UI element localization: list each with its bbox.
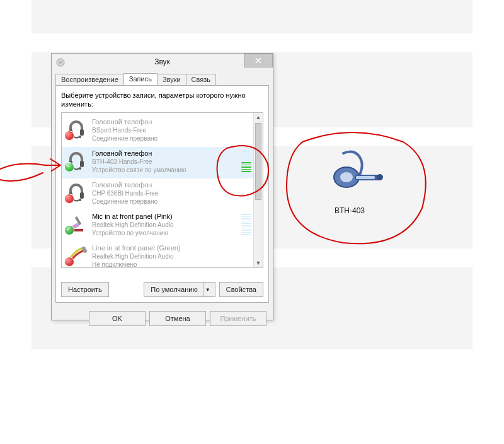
external-device-label: BTH-403 [302,206,397,215]
device-text: Головной телефонCHP 636Bt Hands-FreeСоед… [92,181,158,206]
svg-point-7 [79,167,81,170]
device-sub: BSport Hands-Free [92,126,158,134]
device-row[interactable]: Головной телефонCHP 636Bt Hands-FreeСоед… [62,178,254,210]
scroll-thumb[interactable] [255,123,261,200]
svg-point-15 [83,249,87,253]
speaker-icon [55,57,66,67]
device-status: Соединение прервано [92,134,158,143]
scrollbar[interactable]: ▲ ▼ [253,113,263,267]
device-sub: Realtek High Definition Audio [92,252,181,260]
headset-icon [66,149,87,171]
device-text: Line in at front panel (Green)Realtek Hi… [92,244,181,268]
status-badge [64,225,74,235]
device-status: Соединение прервано [92,197,158,206]
ok-button[interactable]: OK [89,311,146,326]
apply-button: Применить [210,311,266,326]
tab-sounds[interactable]: Звуки [157,74,186,85]
chevron-down-icon[interactable]: ▼ [203,283,212,296]
device-sub: CHP 636Bt Hands-Free [92,189,158,197]
tab-communications[interactable]: Связь [186,74,216,85]
tab-recording[interactable]: Запись [123,73,158,85]
svg-rect-19 [356,176,375,179]
bluetooth-headset-icon [312,148,387,205]
device-row[interactable]: Mic in at front panel (Pink)Realtek High… [62,210,254,242]
device-name: Головной телефон [92,181,158,189]
close-icon [255,57,261,64]
tab-playback[interactable]: Воспроизведение [55,74,124,85]
panel-button-row: Настроить По умолчанию ▼ Свойства [61,282,263,297]
device-sub: Realtek High Definition Audio [92,221,174,229]
svg-rect-3 [80,129,84,136]
device-text: Mic in at front panel (Pink)Realtek High… [92,213,174,237]
svg-point-10 [79,199,81,201]
close-button[interactable] [244,54,273,67]
device-text: Головной телефонBSport Hands-FreeСоедине… [92,118,158,143]
set-default-button[interactable]: По умолчанию ▼ [144,282,215,297]
device-name: Line in at front panel (Green) [92,244,181,252]
level-meter [241,214,251,235]
level-meter [241,151,251,172]
headset-icon [66,181,87,202]
device-status: Устройство связи по умолчанию [92,166,186,174]
svg-point-1 [59,61,62,64]
status-badge [64,257,74,267]
status-badge [64,162,74,172]
device-status: Устройство по умолчанию [92,229,174,237]
svg-point-17 [340,172,353,182]
device-row[interactable]: Головной телефонBTH-403 Hands-FreeУстрой… [62,147,254,178]
page-bg-strip [32,0,472,33]
headset-icon [66,118,87,139]
tab-strip: Воспроизведение Запись Звуки Связь [52,70,273,85]
status-badge [64,194,74,204]
dialog-button-row: OK Отмена Применить [52,307,273,330]
svg-point-4 [79,136,81,138]
device-sub: BTH-403 Hands-Free [92,158,186,166]
svg-point-20 [377,174,383,180]
set-default-label: По умолчанию [151,286,197,293]
device-row[interactable]: Line in at front panel (Green)Realtek Hi… [62,242,254,268]
external-device: BTH-403 [302,148,397,215]
properties-button[interactable]: Свойства [219,282,263,297]
status-badge [64,131,74,141]
device-name: Mic in at front panel (Pink) [92,213,174,221]
svg-rect-9 [80,192,84,199]
dialog-titlebar[interactable]: Звук [52,54,273,70]
svg-rect-6 [80,161,84,167]
tab-panel-recording: Выберите устройство записи, параметры ко… [55,85,269,303]
scroll-down-icon[interactable]: ▼ [254,259,263,267]
sound-dialog: Звук Воспроизведение Запись Звуки Связь … [51,53,273,320]
device-text: Головной телефонBTH-403 Hands-FreeУстрой… [92,149,186,174]
device-name: Головной телефон [92,118,158,126]
scroll-up-icon[interactable]: ▲ [254,113,263,122]
dialog-title: Звук [154,57,170,66]
device-list[interactable]: Головной телефонBSport Hands-FreeСоедине… [61,112,263,268]
instruction-text: Выберите устройство записи, параметры ко… [61,91,263,108]
line-icon [66,244,87,266]
device-status: Не подключено [92,260,181,268]
configure-button[interactable]: Настроить [61,282,109,297]
cancel-button[interactable]: Отмена [149,311,206,326]
mic-icon [66,213,87,234]
device-row[interactable]: Головной телефонBSport Hands-FreeСоедине… [62,115,254,147]
device-name: Головной телефон [92,149,186,158]
